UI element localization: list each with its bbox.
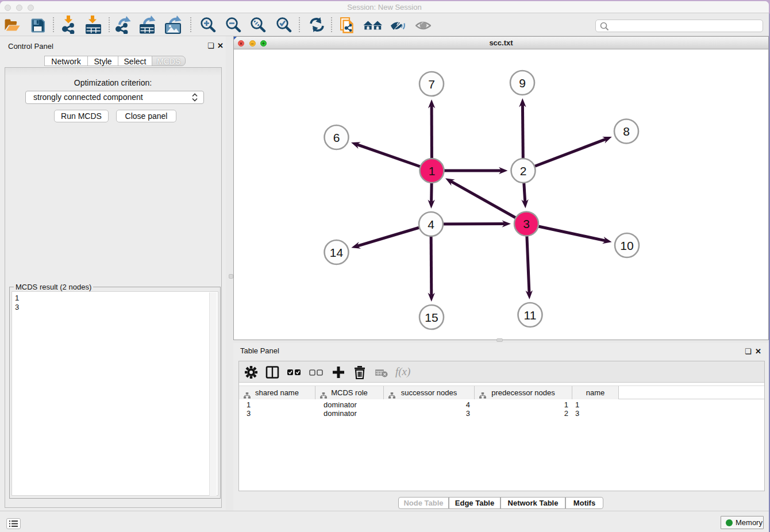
svg-text:9: 9	[519, 76, 526, 90]
svg-text:2: 2	[520, 164, 527, 178]
svg-text:8: 8	[623, 125, 630, 138]
svg-text:7: 7	[428, 78, 435, 91]
svg-text:4: 4	[428, 218, 434, 231]
svg-text:15: 15	[425, 311, 438, 324]
svg-text:3: 3	[523, 217, 530, 230]
svg-text:10: 10	[620, 239, 633, 252]
svg-text:1: 1	[429, 164, 436, 178]
svg-text:14: 14	[330, 246, 344, 259]
svg-text:6: 6	[333, 131, 340, 144]
svg-text:11: 11	[524, 309, 537, 322]
